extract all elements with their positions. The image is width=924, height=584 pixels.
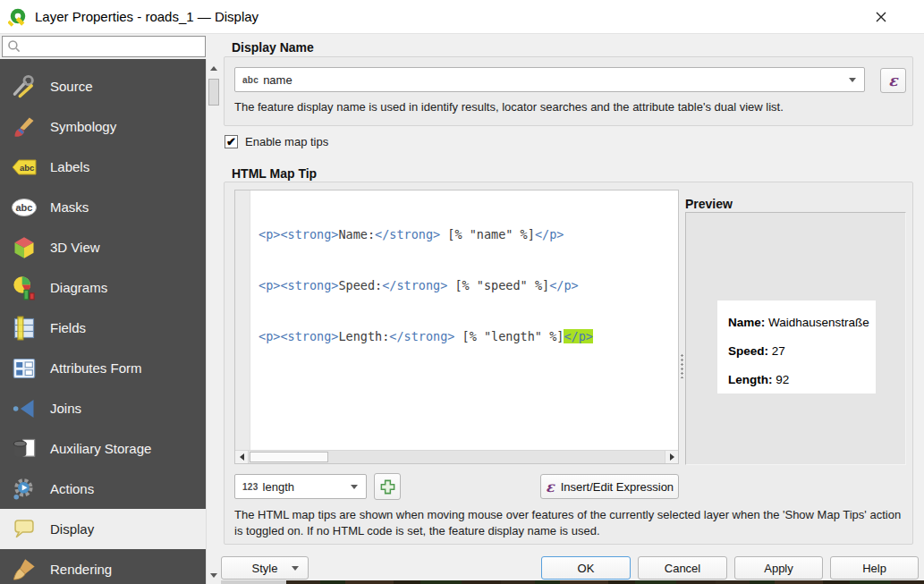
sidebar-item-label: Fields <box>50 320 86 335</box>
hscrollbar-thumb[interactable] <box>250 452 328 462</box>
attributes-form-icon <box>10 354 38 383</box>
sidebar-item-actions[interactable]: Actions <box>0 469 206 509</box>
scroll-up-icon[interactable] <box>207 61 221 75</box>
insert-field-button[interactable] <box>374 473 401 500</box>
sidebar-item-auxiliary-storage[interactable]: Auxiliary Storage <box>0 428 206 469</box>
field-type-badge: abc <box>242 75 259 85</box>
sidebar-item-display[interactable]: Display <box>0 509 206 549</box>
preview-length-value: 92 <box>773 373 790 386</box>
preview-name-label: Name: <box>728 316 765 329</box>
sidebar: Source Symbology abc Labels abc Masks <box>0 59 206 584</box>
code-segment: </strong> <box>375 227 440 241</box>
insert-edit-expression-button[interactable]: ε Insert/Edit Expression <box>540 474 679 499</box>
3d-view-icon <box>10 233 38 262</box>
sidebar-item-attributes-form[interactable]: Attributes Form <box>0 348 206 388</box>
scroll-down-icon[interactable] <box>207 568 221 582</box>
symbology-icon <box>10 113 38 141</box>
sidebar-item-rendering[interactable]: Rendering <box>0 549 206 584</box>
epsilon-icon: ε <box>546 478 555 495</box>
sidebar-item-diagrams[interactable]: Diagrams <box>0 267 206 308</box>
style-button-label: Style <box>252 562 278 575</box>
sidebar-item-source[interactable]: Source <box>0 66 206 106</box>
code-segment: <p><strong> <box>259 278 338 292</box>
preview-panel: Name: Waidhausenstraße Speed: 27 Length:… <box>685 212 906 465</box>
sidebar-scrollbar[interactable] <box>206 59 221 584</box>
enable-map-tips-row: ✔ Enable map tips <box>225 135 328 148</box>
display-name-expression-button[interactable]: ε <box>880 68 906 93</box>
map-tip-help-text: The HTML map tips are shown when moving … <box>234 507 903 539</box>
close-icon[interactable] <box>869 6 893 28</box>
preview-row-name: Name: Waidhausenstraße <box>728 316 872 329</box>
code-line-2: <p><strong>Speed:</strong> [% "speed" %]… <box>259 277 678 294</box>
field-select-combo[interactable]: 123 length <box>234 474 367 499</box>
sidebar-item-label: Symbology <box>50 119 116 134</box>
preview-speed-label: Speed: <box>728 344 768 358</box>
display-name-help-text: The feature display name is used in iden… <box>234 100 901 114</box>
sidebar-item-labels[interactable]: abc Labels <box>0 147 206 187</box>
cancel-button-label: Cancel <box>665 562 700 575</box>
field-combo-value: length <box>263 480 294 494</box>
svg-text:abc: abc <box>20 163 34 173</box>
insert-edit-expression-label: Insert/Edit Expression <box>561 480 674 494</box>
sidebar-item-label: Attributes Form <box>50 360 142 376</box>
sidebar-item-3d-view[interactable]: 3D View <box>0 227 206 267</box>
layer-properties-dialog: Layer Properties - roads_1 — Display Sou… <box>0 0 924 584</box>
svg-text:abc: abc <box>16 202 33 213</box>
ok-button-label: OK <box>578 562 595 575</box>
sidebar-item-label: Joins <box>50 401 81 416</box>
scroll-right-icon[interactable] <box>665 451 678 463</box>
chevron-down-icon[interactable] <box>841 68 864 91</box>
source-icon <box>10 72 38 101</box>
scroll-left-icon[interactable] <box>235 451 249 463</box>
map-tip-preview-box: Name: Waidhausenstraße Speed: 27 Length:… <box>717 300 876 394</box>
rendering-icon <box>10 555 38 584</box>
sidebar-item-label: Actions <box>50 481 94 496</box>
code-line-1: <p><strong>Name:</strong> [% "name" %]</… <box>259 226 678 243</box>
sidebar-item-label: Labels <box>50 159 89 174</box>
preview-row-speed: Speed: 27 <box>728 344 872 358</box>
code-segment: <p><strong> <box>259 227 338 241</box>
code-segment: Speed: <box>338 278 382 292</box>
preview-speed-value: 27 <box>768 344 785 358</box>
code-segment-highlighted: </p> <box>564 329 593 343</box>
sidebar-item-label: Diagrams <box>50 280 107 295</box>
ok-button[interactable]: OK <box>541 556 631 580</box>
sidebar-item-symbology[interactable]: Symbology <box>0 106 206 147</box>
preview-header: Preview <box>685 197 733 211</box>
sidebar-item-fields[interactable]: Fields <box>0 308 206 348</box>
checkmark-icon: ✔ <box>226 136 236 148</box>
scrollbar-thumb[interactable] <box>208 79 219 106</box>
editor-text-area[interactable]: <p><strong>Name:</strong> [% "name" %]</… <box>251 190 678 450</box>
epsilon-icon: ε <box>888 72 897 89</box>
labels-icon: abc <box>10 153 38 182</box>
masks-icon: abc <box>10 193 38 222</box>
editor-horizontal-scrollbar[interactable] <box>235 450 678 463</box>
code-segment: </strong> <box>382 278 447 292</box>
chevron-down-icon[interactable] <box>343 475 366 498</box>
sidebar-item-masks[interactable]: abc Masks <box>0 187 206 227</box>
help-button[interactable]: Help <box>830 556 919 580</box>
code-segment: Name: <box>338 227 375 241</box>
background-toolbar-sliver <box>221 580 286 584</box>
editor-gutter <box>235 190 250 450</box>
enable-map-tips-checkbox[interactable]: ✔ <box>225 135 238 148</box>
display-name-value: name <box>263 73 292 87</box>
style-button[interactable]: Style <box>221 556 309 580</box>
display-name-combo[interactable]: abc name <box>234 67 865 92</box>
sidebar-item-joins[interactable]: Joins <box>0 388 206 428</box>
diagrams-icon <box>10 274 38 302</box>
html-map-tip-header: HTML Map Tip <box>232 166 317 181</box>
apply-button[interactable]: Apply <box>734 556 823 580</box>
code-segment: [% "length" %] <box>454 329 564 343</box>
search-input[interactable] <box>25 38 205 55</box>
code-segment: [% "speed" %] <box>447 278 549 292</box>
display-name-header: Display Name <box>232 40 314 55</box>
actions-icon <box>10 475 38 504</box>
sidebar-item-label: Masks <box>50 199 89 215</box>
code-segment: Length: <box>338 329 389 343</box>
code-segment: [% "name" %] <box>440 227 535 241</box>
cancel-button[interactable]: Cancel <box>638 556 727 580</box>
html-code-editor[interactable]: <p><strong>Name:</strong> [% "name" %]</… <box>234 190 679 464</box>
splitter-handle[interactable] <box>680 353 684 378</box>
code-segment: </p> <box>549 278 579 292</box>
